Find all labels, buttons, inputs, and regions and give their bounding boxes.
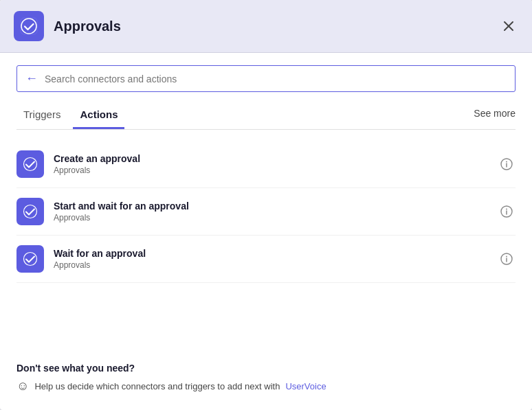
svg-point-8 [506,161,507,163]
action-item-start-wait[interactable]: Start and wait for an approval Approvals [16,188,516,236]
tabs-bar: Triggers Actions See more [16,104,516,130]
smiley-icon: ☺ [16,379,29,394]
action-text-start-wait: Start and wait for an approval Approvals [54,201,498,223]
search-bar: ← [16,65,516,92]
svg-rect-14 [23,252,38,266]
tab-triggers[interactable]: Triggers [16,104,67,129]
action-icon-start-wait [16,198,44,225]
panel-header: Approvals [0,0,532,53]
action-title-start-wait: Start and wait for an approval [54,201,498,212]
uservoice-link[interactable]: UserVoice [285,381,326,391]
action-list: Create an approval Approvals [16,141,516,341]
approvals-icon [14,11,44,41]
info-button-create[interactable] [498,155,516,173]
panel-body: ← Triggers Actions See more Cr [0,53,532,410]
action-icon-create [16,150,44,178]
svg-point-18 [506,256,507,258]
info-button-wait[interactable] [498,250,516,268]
action-subtitle-start-wait: Approvals [54,213,498,223]
action-subtitle-create: Approvals [54,166,498,175]
back-arrow-icon[interactable]: ← [25,71,38,86]
svg-rect-4 [23,157,38,172]
approvals-panel: Approvals ← Triggers Actions See more [0,0,532,410]
action-text-create: Create an approval Approvals [54,153,498,175]
svg-rect-9 [23,205,38,219]
search-input[interactable] [45,73,507,84]
action-item-create-approval[interactable]: Create an approval Approvals [16,141,516,188]
svg-point-13 [506,209,507,210]
footer-section: Don't see what you need? ☺ Help us decid… [16,357,516,394]
action-text-wait: Wait for an approval Approvals [54,248,498,270]
close-button[interactable] [499,18,518,34]
panel-title: Approvals [54,19,499,34]
action-item-wait[interactable]: Wait for an approval Approvals [16,236,516,283]
action-subtitle-wait: Approvals [54,260,498,270]
svg-rect-0 [21,18,37,34]
footer-title: Don't see what you need? [16,363,516,374]
action-title-wait: Wait for an approval [54,248,498,259]
tab-actions[interactable]: Actions [73,104,124,129]
info-button-start-wait[interactable] [498,203,516,220]
action-title-create: Create an approval [54,153,498,164]
see-more-button[interactable]: See more [474,108,516,126]
footer-text: ☺ Help us decide which connectors and tr… [16,379,516,394]
action-icon-wait [16,245,44,273]
footer-body-text: Help us decide which connectors and trig… [34,381,280,391]
